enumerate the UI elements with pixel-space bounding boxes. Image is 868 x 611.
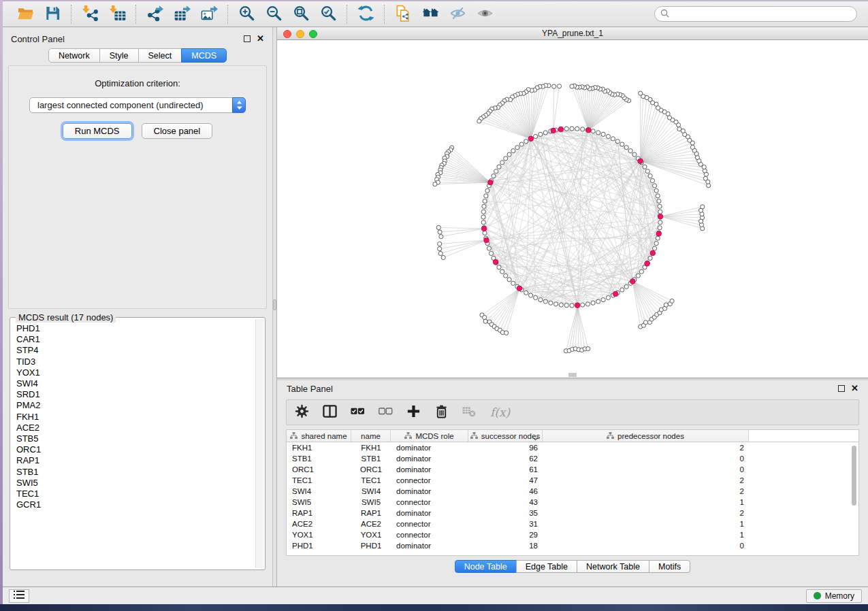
result-node[interactable]: FKH1 [16, 412, 255, 423]
table-panel: Table Panel ✕ f(x) shared namenameMCDS r… [277, 380, 868, 587]
search-box[interactable] [654, 6, 857, 22]
column-header[interactable]: predecessor nodes [543, 430, 749, 442]
result-node[interactable]: TID3 [16, 357, 255, 367]
result-node[interactable]: GCR1 [16, 499, 255, 510]
export-table-button[interactable] [168, 3, 195, 26]
table-tabs: Node TableEdge TableNetwork TableMotifs [277, 560, 868, 573]
criterion-dropdown[interactable]: largest connected component (undirected) [29, 97, 246, 113]
table-row[interactable]: FKH1FKH1dominator962 [287, 442, 858, 453]
result-node[interactable]: PHD1 [16, 323, 255, 334]
delete-table-button[interactable] [462, 402, 477, 423]
zoom-selected-button[interactable] [315, 3, 342, 26]
panel-selector-button[interactable] [9, 589, 29, 603]
result-node[interactable]: CAR1 [16, 334, 255, 345]
search-input[interactable] [673, 10, 851, 19]
table-row[interactable]: YOX1YOX1connector291 [287, 529, 858, 540]
gear-button[interactable] [295, 402, 309, 423]
network-canvas[interactable] [277, 40, 868, 378]
close-panel-button[interactable]: Close panel [142, 123, 213, 139]
function-button[interactable]: f(x) [490, 402, 510, 423]
table-row[interactable]: ORC1ORC1dominator610 [287, 464, 858, 475]
zoom-fit-button[interactable] [287, 3, 315, 26]
result-node[interactable]: ORC1 [16, 444, 255, 455]
tab-edge-table[interactable]: Edge Table [516, 560, 577, 573]
cell: ORC1 [351, 465, 391, 474]
result-node[interactable]: STB5 [16, 433, 255, 444]
result-node[interactable]: SWI5 [16, 478, 255, 489]
cell: STB1 [287, 455, 351, 463]
canvas-scrollbar-grip[interactable] [568, 373, 577, 377]
tab-network[interactable]: Network [48, 48, 100, 63]
zoom-in-icon [238, 5, 255, 24]
float-panel-icon[interactable] [244, 35, 251, 42]
close-table-panel-icon[interactable]: ✕ [851, 385, 858, 392]
table-row[interactable]: SWI4SWI4dominator462 [287, 486, 858, 497]
deselect-all-button[interactable] [379, 402, 393, 423]
result-node[interactable]: STP4 [16, 345, 255, 356]
import-table-button[interactable] [103, 3, 131, 26]
select-all-icon [351, 404, 365, 420]
result-node[interactable]: RAP1 [16, 455, 255, 466]
mcds-result-scrollbar[interactable] [255, 319, 263, 568]
memory-button[interactable]: Memory [806, 589, 862, 603]
open-folder-button[interactable] [12, 3, 39, 26]
tab-mcds[interactable]: MCDS [181, 48, 227, 63]
cell: TEC1 [351, 476, 391, 484]
table-row[interactable]: PHD1PHD1dominator180 [287, 540, 858, 551]
result-node[interactable]: STB1 [16, 467, 255, 478]
node-table: shared namenameMCDS rolesuccessor nodesp… [286, 429, 859, 556]
close-window-icon[interactable] [283, 30, 291, 38]
result-node[interactable]: TEC1 [16, 489, 255, 499]
first-neighbors-button[interactable] [417, 3, 444, 26]
delete-button[interactable] [434, 402, 449, 423]
import-network-button[interactable] [76, 3, 103, 26]
tab-style[interactable]: Style [99, 48, 139, 63]
result-node[interactable]: PMA2 [16, 400, 255, 411]
column-header[interactable]: MCDS role [391, 430, 468, 442]
table-scrollbar[interactable] [850, 444, 858, 554]
result-node[interactable]: YOX1 [16, 367, 255, 378]
toolbar-groups [7, 1, 503, 27]
run-mcds-button[interactable]: Run MCDS [63, 123, 132, 139]
table-row[interactable]: STB1STB1dominator620 [287, 453, 858, 464]
show-all-icon [477, 5, 494, 24]
table-scrollbar-thumb[interactable] [852, 446, 856, 506]
refresh-button[interactable] [352, 3, 379, 26]
zoom-out-button[interactable] [260, 3, 287, 26]
tab-motifs[interactable]: Motifs [649, 560, 690, 573]
result-node[interactable]: SWI4 [16, 378, 255, 389]
close-panel-icon[interactable]: ✕ [257, 35, 264, 42]
column-header[interactable]: name [351, 430, 391, 442]
table-row[interactable]: TEC1TEC1connector472 [287, 475, 858, 486]
panel-splitter[interactable] [272, 27, 277, 587]
tab-node-table[interactable]: Node Table [455, 560, 517, 573]
result-node[interactable]: ACE2 [16, 423, 255, 433]
columns-button[interactable] [323, 402, 337, 423]
table-row[interactable]: SWI5SWI5connector431 [287, 497, 858, 508]
copy-network-button[interactable] [389, 3, 417, 26]
column-header[interactable]: successor nodes [468, 430, 543, 442]
export-network-button[interactable] [141, 3, 168, 26]
mcds-result-list[interactable]: PHD1CAR1STP4TID3YOX1SWI4SRD1PMA2FKH1ACE2… [12, 320, 255, 568]
result-node[interactable]: SRD1 [16, 389, 255, 400]
sort-icon[interactable] [532, 434, 539, 442]
float-table-panel-icon[interactable] [838, 385, 845, 392]
hide-selected-button[interactable] [444, 3, 471, 26]
export-image-button[interactable] [195, 3, 223, 26]
minimize-window-icon[interactable] [296, 30, 304, 38]
splitter-handle[interactable] [273, 299, 276, 310]
show-all-button[interactable] [471, 3, 498, 26]
tab-select[interactable]: Select [138, 48, 182, 63]
add-button[interactable] [406, 402, 421, 423]
select-all-button[interactable] [351, 402, 365, 423]
table-row[interactable]: RAP1RAP1dominator352 [287, 508, 858, 518]
tab-network-table[interactable]: Network Table [577, 560, 649, 573]
save-button[interactable] [39, 3, 66, 26]
zoom-in-button[interactable] [233, 3, 260, 26]
save-icon [44, 5, 61, 24]
network-window-titlebar[interactable]: YPA_prune.txt_1 [277, 27, 868, 40]
cell: dominator [391, 465, 468, 474]
maximize-window-icon[interactable] [309, 30, 317, 38]
table-row[interactable]: ACE2ACE2connector311 [287, 518, 858, 529]
column-header[interactable]: shared name [287, 430, 351, 442]
